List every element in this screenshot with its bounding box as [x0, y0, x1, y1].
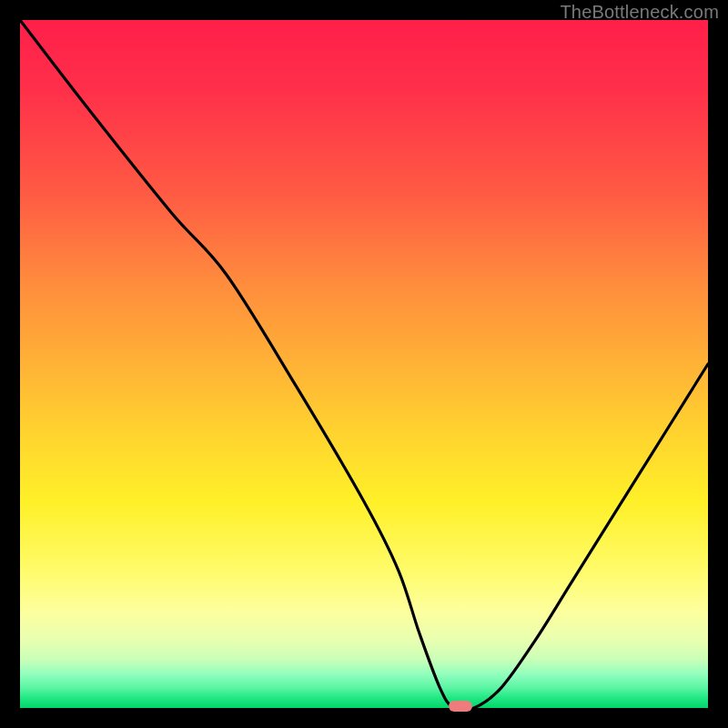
chart-frame: TheBottleneck.com	[0, 0, 728, 728]
bottleneck-curve	[20, 20, 708, 708]
watermark-text: TheBottleneck.com	[560, 2, 719, 23]
optimal-marker	[449, 701, 472, 712]
plot-area	[20, 20, 708, 708]
